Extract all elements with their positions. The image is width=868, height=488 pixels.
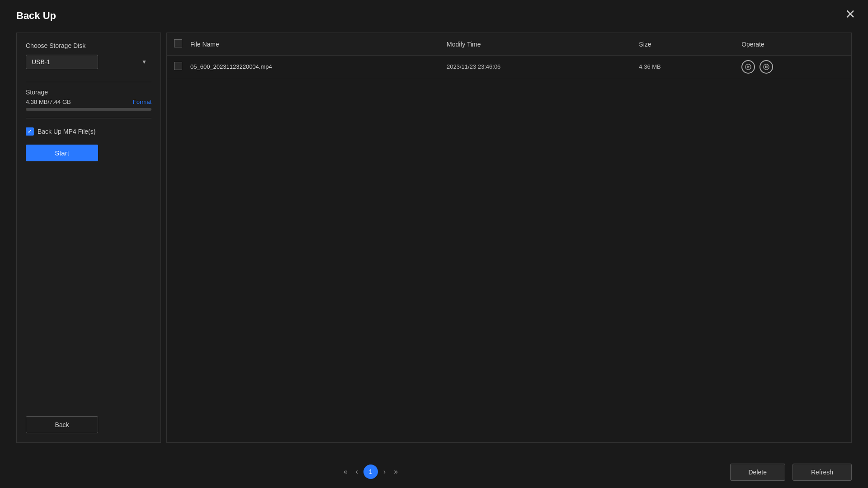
pagination: « ‹ 1 › » bbox=[341, 465, 401, 479]
file-list-panel: File Name Modify Time Size Operate 05_60… bbox=[166, 33, 852, 443]
storage-bar-background bbox=[26, 108, 151, 111]
header-checkbox[interactable] bbox=[174, 39, 182, 47]
backup-checkbox[interactable]: ✓ bbox=[26, 127, 34, 136]
back-button[interactable]: Back bbox=[26, 416, 98, 433]
table-row: 05_600_20231123220004.mp4 2023/11/23 23:… bbox=[167, 56, 851, 78]
storage-select[interactable]: USB-1 USB-2 SD Card bbox=[26, 55, 98, 69]
stop-button[interactable] bbox=[760, 60, 773, 74]
play-button[interactable] bbox=[741, 60, 755, 74]
divider-1 bbox=[26, 82, 151, 82]
storage-info: 4.38 MB/7.44 GB Format bbox=[26, 99, 151, 105]
format-link[interactable]: Format bbox=[133, 99, 151, 105]
close-button[interactable]: ✕ bbox=[845, 8, 855, 21]
row-checkbox[interactable] bbox=[174, 62, 182, 70]
header-size: Size bbox=[639, 41, 741, 48]
choose-storage-label: Choose Storage Disk bbox=[26, 42, 151, 49]
row-modify-time: 2023/11/23 23:46:06 bbox=[447, 63, 639, 70]
header-check-col bbox=[174, 39, 190, 49]
stop-icon bbox=[763, 64, 769, 70]
svg-rect-3 bbox=[765, 66, 766, 68]
page-title: Back Up bbox=[16, 10, 56, 22]
play-icon bbox=[745, 64, 751, 70]
left-panel: Choose Storage Disk USB-1 USB-2 SD Card … bbox=[16, 33, 161, 443]
row-size: 4.36 MB bbox=[639, 63, 741, 70]
row-operate bbox=[741, 60, 844, 74]
header-operate: Operate bbox=[741, 41, 844, 48]
file-table-header: File Name Modify Time Size Operate bbox=[167, 33, 851, 56]
action-buttons: Delete Refresh bbox=[730, 464, 852, 481]
header-filename: File Name bbox=[190, 41, 447, 48]
first-page-button[interactable]: « bbox=[341, 466, 350, 477]
row-check-col bbox=[174, 62, 190, 71]
refresh-button[interactable]: Refresh bbox=[793, 464, 852, 481]
checkmark-icon: ✓ bbox=[28, 129, 32, 134]
delete-button[interactable]: Delete bbox=[730, 464, 785, 481]
row-filename: 05_600_20231123220004.mp4 bbox=[190, 63, 447, 70]
storage-label: Storage bbox=[26, 89, 151, 96]
svg-point-2 bbox=[764, 64, 769, 69]
last-page-button[interactable]: » bbox=[391, 466, 401, 477]
page-1-button[interactable]: 1 bbox=[363, 465, 378, 479]
svg-marker-1 bbox=[747, 66, 750, 68]
backup-checkbox-label: Back Up MP4 File(s) bbox=[38, 128, 95, 135]
chevron-down-icon: ▼ bbox=[142, 59, 147, 65]
divider-2 bbox=[26, 118, 151, 118]
backup-checkbox-row: ✓ Back Up MP4 File(s) bbox=[26, 127, 151, 136]
start-button[interactable]: Start bbox=[26, 145, 98, 161]
storage-numbers: 4.38 MB/7.44 GB bbox=[26, 99, 71, 105]
svg-rect-4 bbox=[767, 66, 768, 68]
header-modify-time: Modify Time bbox=[447, 41, 639, 48]
next-page-button[interactable]: › bbox=[381, 466, 388, 477]
storage-select-wrapper: USB-1 USB-2 SD Card ▼ bbox=[26, 55, 151, 69]
prev-page-button[interactable]: ‹ bbox=[353, 466, 361, 477]
